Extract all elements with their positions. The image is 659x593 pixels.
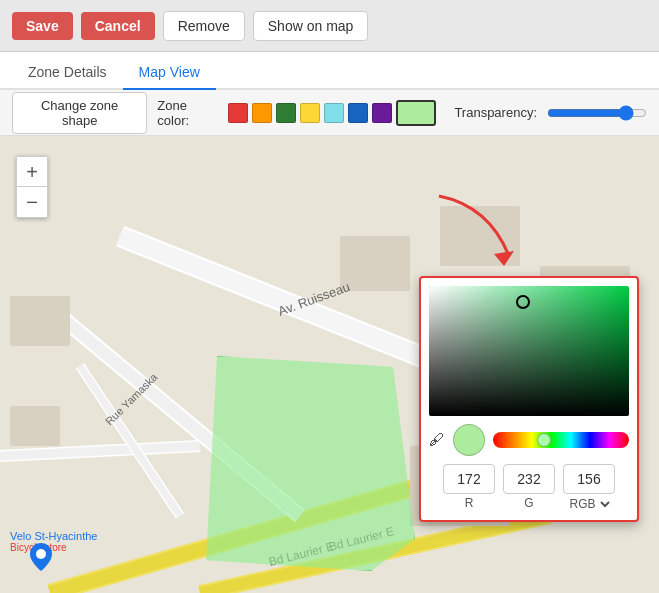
rgb-field-g: G <box>503 464 555 512</box>
zoom-in-button[interactable]: + <box>17 157 47 187</box>
rgb-r-input[interactable] <box>443 464 495 494</box>
change-zone-shape-button[interactable]: Change zone shape <box>12 92 147 134</box>
swatch-yellow[interactable] <box>300 103 320 123</box>
rgb-inputs: R G RGB HSL HEX <box>429 464 629 512</box>
zone-polygon <box>195 356 415 571</box>
swatch-orange[interactable] <box>252 103 272 123</box>
transparency-slider[interactable] <box>547 105 647 121</box>
rgb-field-r: R <box>443 464 495 512</box>
map-zoom-controls: + − <box>16 156 48 218</box>
zoom-out-button[interactable]: − <box>17 187 47 217</box>
rgb-field-b: RGB HSL HEX <box>563 464 615 512</box>
toolbar: Save Cancel Remove Show on map <box>0 0 659 52</box>
map-container[interactable]: Av. Ruisseau Rue Yamaska Bd Laurier E Bd… <box>0 136 659 593</box>
tab-map-view[interactable]: Map View <box>123 56 216 90</box>
zone-color-label: Zone color: <box>157 98 218 128</box>
svg-rect-15 <box>340 236 410 291</box>
swatch-red[interactable] <box>228 103 248 123</box>
hue-slider[interactable] <box>493 432 629 448</box>
color-picker-popup: 🖋 R G RGB HSL HEX <box>419 276 639 522</box>
svg-marker-25 <box>494 251 514 266</box>
rgb-mode-select[interactable]: RGB HSL HEX <box>566 496 613 512</box>
color-preview-circle <box>453 424 485 456</box>
color-swatches <box>228 100 436 126</box>
save-button[interactable]: Save <box>12 12 73 40</box>
velo-store-info[interactable]: Velo St-Hyacinthe Bicycle store <box>10 530 97 553</box>
swatch-light-blue[interactable] <box>324 103 344 123</box>
swatch-dark-green[interactable] <box>276 103 296 123</box>
color-gradient-area[interactable] <box>429 286 629 416</box>
gradient-black-overlay <box>429 286 629 416</box>
rgb-g-label: G <box>524 496 533 510</box>
eyedropper-icon[interactable]: 🖋 <box>429 431 445 449</box>
rgb-g-input[interactable] <box>503 464 555 494</box>
remove-button[interactable]: Remove <box>163 11 245 41</box>
tabs-bar: Zone Details Map View <box>0 52 659 90</box>
transparency-label: Transparency: <box>454 105 537 120</box>
arrow-annotation <box>429 186 529 270</box>
svg-rect-13 <box>10 296 70 346</box>
velo-store-name: Velo St-Hyacinthe <box>10 530 97 542</box>
rgb-r-label: R <box>465 496 474 510</box>
picker-bottom-row: 🖋 <box>429 424 629 456</box>
swatch-purple[interactable] <box>372 103 392 123</box>
hue-slider-container <box>493 432 629 448</box>
swatch-dark-blue[interactable] <box>348 103 368 123</box>
show-on-map-button[interactable]: Show on map <box>253 11 369 41</box>
tab-zone-details[interactable]: Zone Details <box>12 56 123 90</box>
svg-point-24 <box>36 549 46 559</box>
svg-rect-14 <box>10 406 60 446</box>
map-pin <box>30 543 52 575</box>
zone-controls-bar: Change zone shape Zone color: Transparen… <box>0 90 659 136</box>
velo-store-type: Bicycle store <box>10 542 97 553</box>
cancel-button[interactable]: Cancel <box>81 12 155 40</box>
swatch-selected[interactable] <box>396 100 436 126</box>
rgb-b-input[interactable] <box>563 464 615 494</box>
